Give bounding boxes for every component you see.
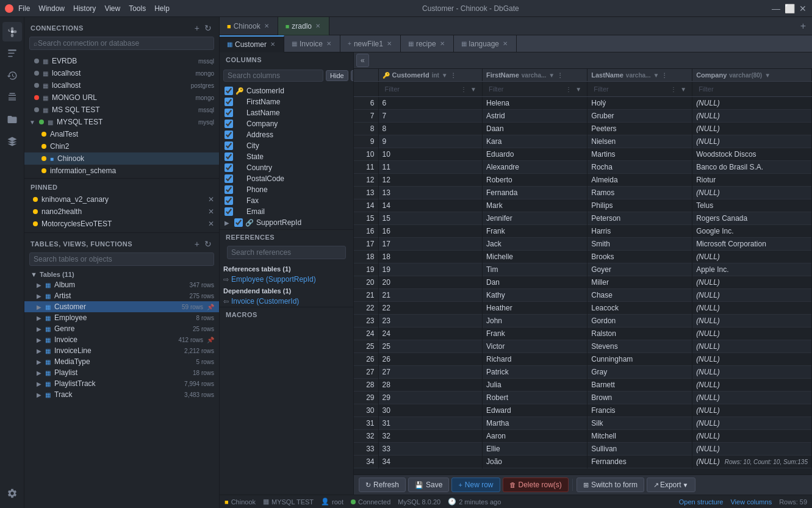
table-item-playlisttrack[interactable]: ▶ ▦ PlaylistTrack 7,994 rows (24, 378, 219, 389)
filter-opts-lastname[interactable]: ⋮ (669, 86, 678, 93)
table-item-playlist[interactable]: ▶ ▦ Playlist 18 rows (24, 367, 219, 378)
col-item-email[interactable]: Email (220, 206, 353, 217)
tab-customer-close[interactable]: ✕ (269, 40, 276, 48)
cell-customerid[interactable]: 15 (378, 212, 482, 225)
tab-chinook-close[interactable]: ✕ (263, 22, 270, 30)
tables-group-header[interactable]: ▼ Tables (11) (24, 268, 219, 279)
table-item-customer[interactable]: ▶ ▦ Customer 59 rows 📌 (24, 301, 219, 312)
col-item-postalcode[interactable]: PostalCode (220, 173, 353, 184)
conn-mongo-url[interactable]: ▦ MONGO URL mongo (24, 91, 219, 104)
cell-customerid[interactable]: 32 (378, 430, 482, 443)
col-check-email[interactable] (225, 207, 233, 216)
expand-mysql-test[interactable]: ▼ (29, 119, 35, 126)
col-item-city[interactable]: City (220, 140, 353, 151)
table-row[interactable]: 2525VictorStevens(NULL) (354, 340, 812, 353)
table-expand-track[interactable]: ▶ (37, 392, 41, 398)
cell-customerid[interactable]: 10 (378, 148, 482, 161)
pinned-motorcycles[interactable]: MotorcyclesEvoTEST ✕ (24, 218, 219, 230)
activity-settings[interactable] (2, 484, 22, 503)
table-expand-customer[interactable]: ▶ (37, 304, 41, 310)
status-chinook[interactable]: ■ Chinook (225, 498, 256, 506)
cell-customerid[interactable]: 8 (378, 123, 482, 135)
table-pin-customer[interactable]: 📌 (207, 304, 214, 310)
menu-view[interactable]: View (104, 4, 120, 13)
conn-localhost-pg[interactable]: ▦ localhost postgres (24, 79, 219, 91)
table-row[interactable]: 3131MarthaSilk(NULL) (354, 417, 812, 430)
table-row[interactable]: 1818MichelleBrooks(NULL) (354, 251, 812, 263)
pinned-close-motorcycles[interactable]: ✕ (208, 220, 214, 228)
tab-recipe[interactable]: ▦ recipe ✕ (401, 35, 454, 52)
th-firstname-menu[interactable]: ⋮ (557, 72, 563, 79)
tab-customer[interactable]: ▦ Customer ✕ (220, 35, 284, 52)
cell-customerid[interactable]: 9 (378, 135, 482, 148)
menu-help[interactable]: Help (154, 4, 170, 13)
filter-opts-firstname[interactable]: ⋮ (564, 86, 573, 93)
table-row[interactable]: 1111AlexandreRochaBanco do Brasil S.A. (354, 161, 812, 174)
pinned-close-knihovna[interactable]: ✕ (208, 195, 214, 204)
table-row[interactable]: 99KaraNielsen(NULL) (354, 135, 812, 148)
new-row-button[interactable]: + New row (451, 478, 500, 492)
tab-add-button[interactable]: + (794, 21, 812, 32)
table-expand-mediatype[interactable]: ▶ (37, 359, 41, 365)
table-row[interactable]: 2828JuliaBarnett(NULL) (354, 379, 812, 392)
status-mysql-test[interactable]: ▦ MYSQL TEST (263, 498, 314, 506)
tab-language[interactable]: ▦ language ✕ (454, 35, 517, 52)
table-row[interactable]: 66HelenaHolý(NULL) (354, 97, 812, 110)
cell-customerid[interactable]: 13 (378, 187, 482, 199)
delete-row-button[interactable]: 🗑 Delete row(s) (503, 478, 569, 492)
table-row[interactable]: 77AstridGruber(NULL) (354, 110, 812, 123)
save-button[interactable]: 💾 Save (408, 478, 449, 492)
col-check-firstname[interactable] (225, 98, 233, 106)
cell-customerid[interactable]: 18 (378, 251, 482, 263)
table-item-genre[interactable]: ▶ ▦ Genre 25 rows (24, 323, 219, 334)
tab-invoice-close[interactable]: ✕ (325, 40, 332, 48)
cell-customerid[interactable]: 27 (378, 366, 482, 379)
filter-toggle-firstname[interactable]: ▼ (573, 86, 583, 93)
cell-customerid[interactable]: 34 (378, 456, 482, 468)
cell-customerid[interactable]: 21 (378, 289, 482, 302)
col-item-company[interactable]: Company (220, 118, 353, 129)
table-item-invoiceline[interactable]: ▶ ▦ InvoiceLine 2,212 rows (24, 345, 219, 356)
table-row[interactable]: 2121KathyChase(NULL) (354, 289, 812, 302)
cell-customerid[interactable]: 11 (378, 161, 482, 174)
ref-employee-link[interactable]: ⇨ Employee (SupportRepId) (220, 274, 353, 285)
col-item-lastname[interactable]: LastName (220, 107, 353, 118)
cell-customerid[interactable]: 22 (378, 302, 482, 315)
minimize-button[interactable]: — (772, 4, 780, 13)
maximize-button[interactable]: ⬜ (785, 4, 794, 13)
filter-input-customerid[interactable] (383, 84, 459, 95)
filter-input-firstname[interactable] (486, 84, 564, 95)
col-item-customerid[interactable]: 🔑 CustomerId (220, 85, 353, 96)
cell-customerid[interactable]: 16 (378, 225, 482, 238)
table-expand-artist[interactable]: ▶ (37, 293, 41, 299)
refresh-tables-button[interactable]: ↻ (203, 238, 213, 250)
col-item-supportrepid[interactable]: ▶ 🔗 SupportRepId (220, 217, 353, 228)
status-open-struct[interactable]: Open structure (679, 498, 724, 506)
tab-zradlo[interactable]: ■ zradlo ✕ (278, 17, 329, 35)
col-check-supportrepid[interactable] (234, 218, 243, 227)
col-check-country[interactable] (225, 163, 233, 172)
table-item-album[interactable]: ▶ ▦ Album 347 rows (24, 279, 219, 290)
col-item-firstname[interactable]: FirstName (220, 96, 353, 107)
th-customerid-menu[interactable]: ⋮ (450, 72, 456, 79)
col-check-state[interactable] (225, 152, 233, 161)
table-expand-playlist[interactable]: ▶ (37, 370, 41, 376)
table-row[interactable]: 2222HeatherLeacock(NULL) (354, 302, 812, 315)
menu-tools[interactable]: Tools (129, 4, 146, 13)
tables-search-input[interactable] (34, 255, 210, 263)
table-row[interactable]: 1313FernandaRamos(NULL) (354, 187, 812, 199)
tab-chinook[interactable]: ■ Chinook ✕ (220, 17, 278, 35)
table-item-invoice[interactable]: ▶ ▦ Invoice 412 rows 📌 (24, 334, 219, 345)
table-row[interactable]: 88DaanPeeters(NULL) (354, 123, 812, 135)
table-row[interactable]: 3030EdwardFrancis(NULL) (354, 404, 812, 417)
col-check-address[interactable] (225, 131, 233, 139)
col-expand-supportrepid[interactable]: ▶ (225, 220, 229, 226)
table-row[interactable]: 1212RobertoAlmeidaRiotur (354, 174, 812, 187)
table-expand-playlisttrack[interactable]: ▶ (37, 381, 41, 387)
table-item-employee[interactable]: ▶ ▦ Employee 8 rows (24, 312, 219, 323)
grid-wrapper[interactable]: 🔑 CustomerId int ▼ ⋮ FirstN (354, 69, 812, 474)
hide-columns-button[interactable]: Hide (326, 70, 348, 81)
switch-form-button[interactable]: ⊞ Switch to form (577, 478, 644, 492)
ref-search-input[interactable] (231, 248, 342, 257)
activity-files[interactable] (2, 110, 22, 129)
